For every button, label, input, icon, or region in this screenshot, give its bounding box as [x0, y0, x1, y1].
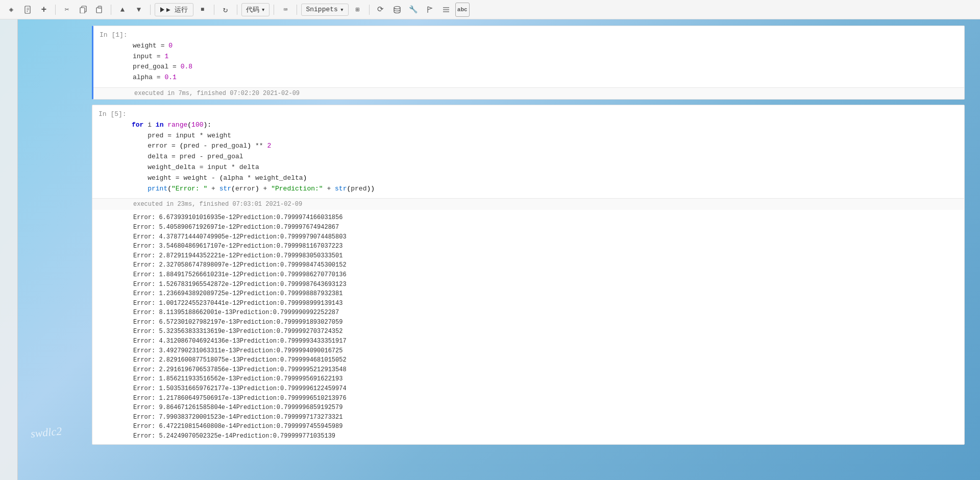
cell-1-code[interactable]: weight = 0 input = 1 pred_goal = 0.8 alp… — [133, 30, 958, 83]
sep8 — [369, 5, 370, 15]
keyboard-icon[interactable]: ⌨ — [278, 3, 292, 17]
list-icon[interactable] — [439, 3, 453, 17]
cut-icon[interactable]: ✂ — [60, 3, 74, 17]
code-var-alpha: alpha — [133, 74, 153, 81]
chevron-down-icon: ▾ — [261, 6, 265, 14]
sep7 — [297, 5, 297, 15]
code-var: weight — [133, 42, 157, 50]
sep2 — [111, 5, 111, 15]
file-icon[interactable] — [20, 3, 35, 17]
copy-icon[interactable] — [76, 3, 90, 17]
snippets-label: Snippets — [306, 6, 337, 13]
svg-rect-7 — [98, 6, 102, 8]
svg-point-8 — [394, 6, 400, 9]
sep6 — [274, 5, 274, 15]
extra-icon[interactable]: ⊞ — [351, 3, 365, 17]
cell-1-input: In [1]: weight = 0 input = 1 pred_goal =… — [93, 26, 964, 87]
toolbar: ◈ + ✂ ▲ ▼ ▶ 运行 ■ ↻ 代码 ▾ ⌨ Snippets ▾ ⊞ ⟳ — [0, 0, 980, 19]
sep3 — [150, 5, 151, 15]
run-triangle-icon — [160, 7, 164, 12]
code-var-input: input — [133, 53, 153, 60]
svg-rect-5 — [80, 8, 85, 13]
cell-1-label: In [1]: — [100, 30, 133, 39]
code-type-dropdown[interactable]: 代码 ▾ — [241, 3, 270, 16]
pin-icon[interactable]: ◈ — [4, 3, 18, 17]
run-button[interactable]: ▶ 运行 — [155, 3, 193, 16]
cell-1: In [1]: weight = 0 input = 1 pred_goal =… — [92, 26, 965, 100]
sep5 — [237, 5, 237, 15]
sep4 — [214, 5, 214, 15]
cell-1-footer: executed in 7ms, finished 07:02:20 2021-… — [93, 87, 964, 99]
paste-icon[interactable] — [92, 3, 107, 17]
cell-2-label: In [5]: — [99, 109, 132, 118]
restart-icon[interactable]: ↻ — [218, 3, 233, 17]
cell-2-footer: executed in 23ms, finished 07:03:01 2021… — [92, 198, 964, 210]
move-up-button[interactable]: ▲ — [115, 3, 130, 17]
notebook-container[interactable]: In [1]: weight = 0 input = 1 pred_goal =… — [92, 26, 965, 470]
add-cell-button[interactable]: + — [37, 3, 51, 17]
left-panel — [0, 19, 18, 480]
watermark: swdlc2 — [30, 424, 62, 440]
wrench-icon[interactable]: 🔧 — [406, 3, 421, 17]
stop-button[interactable]: ■ — [195, 3, 210, 17]
sep1 — [55, 5, 56, 15]
sync-icon[interactable]: ⟳ — [374, 3, 388, 17]
flag-icon[interactable] — [423, 3, 437, 17]
cell-2-code[interactable]: for i in range(100): pred = input * weig… — [132, 109, 958, 194]
code-type-label: 代码 — [246, 5, 259, 14]
snippets-dropdown[interactable]: Snippets ▾ — [301, 4, 348, 16]
run-label: ▶ 运行 — [166, 5, 188, 14]
cell-2: In [5]: for i in range(100): pred = inpu… — [92, 105, 965, 445]
cell-2-input: In [5]: for i in range(100): pred = inpu… — [92, 105, 964, 198]
cell-2-output: Error: 6.673939101016935e-12Prediction:0… — [92, 210, 964, 444]
spellcheck-icon[interactable]: abc — [455, 3, 470, 17]
code-var-predgoal: pred_goal — [133, 63, 168, 70]
snippets-chevron-icon: ▾ — [340, 6, 344, 14]
move-down-button[interactable]: ▼ — [132, 3, 146, 17]
database-icon[interactable] — [390, 3, 404, 17]
